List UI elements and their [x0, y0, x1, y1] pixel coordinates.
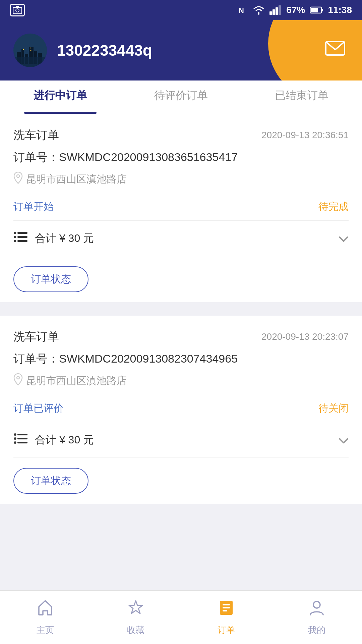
- svg-point-28: [14, 236, 16, 238]
- tab-active-orders[interactable]: 进行中订单: [0, 80, 121, 114]
- svg-rect-8: [311, 8, 318, 12]
- photo-icon: [10, 4, 25, 16]
- svg-point-35: [14, 437, 16, 440]
- svg-point-36: [14, 441, 16, 444]
- orange-decoration: [268, 20, 362, 80]
- username: 1302233443q: [57, 41, 152, 59]
- order-header-2: 洗车订单 2020-09-13 20:23:07: [13, 329, 349, 344]
- svg-rect-38: [223, 604, 230, 605]
- nav-orders-label: 订单: [218, 624, 235, 636]
- location-icon-1: [13, 172, 23, 186]
- order-status-row-2: 订单已评价 待关闭: [13, 395, 349, 422]
- order-summary-row-2[interactable]: 合计 ¥ 30 元: [13, 422, 349, 458]
- order-actions-2: 订单状态: [13, 458, 349, 504]
- order-time-2: 2020-09-13 20:23:07: [261, 331, 349, 342]
- order-location-2: 昆明市西山区滇池路店: [13, 373, 349, 388]
- nav-home-label: 主页: [37, 624, 54, 636]
- svg-rect-33: [17, 442, 27, 443]
- order-actions-1: 订单状态: [13, 256, 349, 302]
- home-icon: [36, 599, 54, 621]
- tab-closed-orders[interactable]: 已结束订单: [241, 80, 362, 114]
- location-text-2: 昆明市西山区滇池路店: [26, 374, 127, 388]
- status-button-1[interactable]: 订单状态: [13, 266, 88, 292]
- svg-rect-9: [322, 9, 323, 11]
- time-text: 11:38: [328, 5, 352, 15]
- svg-point-18: [23, 49, 24, 50]
- svg-point-27: [14, 232, 16, 234]
- mail-icon[interactable]: [325, 40, 345, 60]
- svg-rect-4: [273, 9, 275, 15]
- order-status-badge-2: 待关闭: [318, 401, 349, 415]
- order-time-1: 2020-09-13 20:36:51: [261, 130, 349, 141]
- svg-rect-0: [13, 7, 22, 14]
- nav-favorites-label: 收藏: [127, 624, 144, 636]
- photo-indicator: [10, 4, 25, 16]
- order-type-1: 洗车订单: [13, 127, 59, 143]
- svg-point-29: [14, 240, 16, 242]
- order-status-badge-1: 待完成: [318, 200, 349, 214]
- svg-rect-31: [17, 434, 27, 435]
- svg-rect-3: [269, 11, 272, 15]
- svg-rect-24: [17, 232, 27, 234]
- nav-home[interactable]: 主页: [0, 599, 90, 636]
- order-summary-row-1[interactable]: 合计 ¥ 30 元: [13, 221, 349, 256]
- svg-point-20: [31, 50, 32, 51]
- status-button-2[interactable]: 订单状态: [13, 468, 88, 494]
- order-start-label-2: 订单已评价: [13, 401, 64, 415]
- svg-rect-32: [17, 438, 27, 439]
- order-start-label-1: 订单开始: [13, 200, 54, 214]
- svg-rect-17: [13, 57, 47, 67]
- chevron-icon-1[interactable]: [339, 231, 349, 246]
- star-icon: [127, 599, 145, 621]
- svg-rect-26: [17, 240, 27, 242]
- svg-point-21: [35, 52, 36, 52]
- location-icon-2: [13, 373, 23, 388]
- bottom-nav: 主页 收藏 订单 我的: [0, 590, 362, 644]
- svg-rect-6: [279, 5, 281, 15]
- svg-point-30: [17, 376, 19, 379]
- order-card-1: 洗车订单 2020-09-13 20:36:51 订单号：SWKMDC20200…: [0, 114, 362, 302]
- svg-point-23: [17, 175, 19, 177]
- svg-rect-40: [223, 610, 227, 611]
- avatar: [13, 34, 47, 67]
- status-icons: N 67% 11:38: [238, 5, 352, 15]
- tab-pending-orders[interactable]: 待评价订单: [121, 80, 241, 114]
- order-number-2: 订单号：SWKMDC20200913082307434965: [13, 351, 349, 367]
- nav-profile[interactable]: 我的: [272, 599, 362, 636]
- order-total-2: 合计 ¥ 30 元: [35, 433, 332, 447]
- nav-profile-label: 我的: [308, 624, 325, 636]
- list-icon-2: [13, 432, 28, 447]
- svg-rect-25: [17, 236, 27, 238]
- separator: [0, 309, 362, 316]
- order-number-1: 订单号：SWKMDC20200913083651635417: [13, 150, 349, 165]
- order-type-2: 洗车订单: [13, 329, 59, 344]
- nav-orders[interactable]: 订单: [181, 599, 272, 636]
- location-text-1: 昆明市西山区滇池路店: [26, 172, 127, 186]
- svg-point-19: [30, 48, 31, 49]
- battery-text: 67%: [286, 5, 305, 15]
- order-location-1: 昆明市西山区滇池路店: [13, 172, 349, 186]
- list-icon-1: [13, 231, 28, 246]
- svg-point-34: [14, 433, 16, 436]
- svg-rect-39: [223, 607, 230, 608]
- chevron-icon-2[interactable]: [339, 433, 349, 447]
- orders-container: 洗车订单 2020-09-13 20:36:51 订单号：SWKMDC20200…: [0, 114, 362, 564]
- svg-text:N: N: [239, 6, 244, 15]
- order-status-row-1: 订单开始 待完成: [13, 193, 349, 221]
- svg-point-1: [16, 9, 19, 12]
- order-card-2: 洗车订单 2020-09-13 20:23:07 订单号：SWKMDC20200…: [0, 316, 362, 504]
- order-total-1: 合计 ¥ 30 元: [35, 231, 332, 246]
- header: 1302233443q: [0, 20, 362, 80]
- user-icon: [308, 599, 326, 621]
- status-bar: N 67% 11:38: [0, 0, 362, 20]
- svg-rect-5: [276, 7, 278, 15]
- order-header-1: 洗车订单 2020-09-13 20:36:51: [13, 127, 349, 143]
- order-icon: [217, 599, 235, 621]
- nav-favorites[interactable]: 收藏: [90, 599, 181, 636]
- svg-point-41: [313, 601, 320, 608]
- tabs: 进行中订单 待评价订单 已结束订单: [0, 80, 362, 114]
